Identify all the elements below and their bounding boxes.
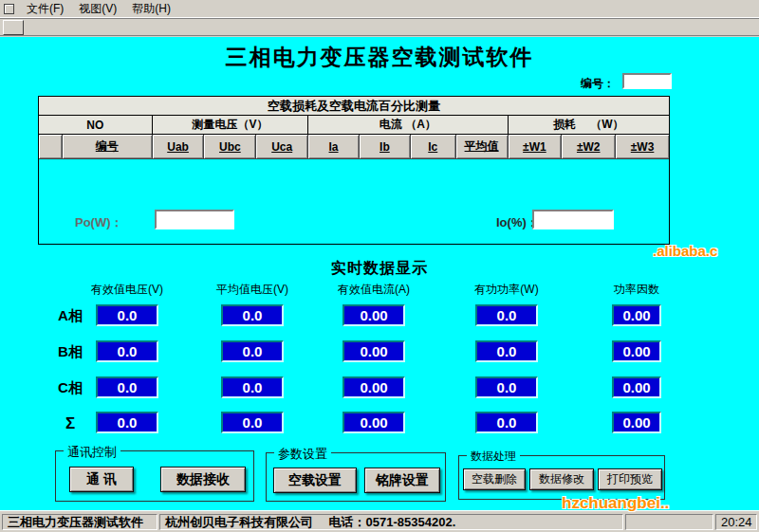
- menu-item-view[interactable]: 视图(V): [71, 0, 124, 19]
- group-header-loss: 损耗 （W）: [509, 116, 669, 134]
- value-phase-b-rms-voltage: 0.0: [96, 340, 158, 362]
- group-header-no: NO: [39, 116, 153, 134]
- value-phase-a-avg-voltage: 0.0: [221, 304, 284, 326]
- value-phase-a-rms-current: 0.00: [342, 304, 405, 326]
- groupbox-dataproc-label: 数据处理: [467, 449, 520, 465]
- col-header-ic: Ic: [411, 135, 456, 159]
- rt-col-header-avg-voltage: 平均值电压(V): [200, 282, 305, 298]
- value-sum-avg-voltage: 0.0: [221, 412, 284, 433]
- group-header-voltage: 测量电压（V）: [153, 116, 309, 134]
- app-icon: [4, 4, 14, 14]
- group-header-current: 电流 （A）: [308, 116, 508, 134]
- col-header-ia: Ia: [308, 135, 360, 159]
- value-phase-c-rms-current: 0.00: [342, 376, 405, 398]
- measurement-table-title: 空载损耗及空载电流百分比测量: [39, 97, 669, 116]
- col-header-ib: Ib: [360, 135, 411, 159]
- rt-row-label-sum: Σ: [49, 414, 91, 433]
- page-title: 三相电力变压器空载测试软件: [0, 43, 759, 72]
- value-sum-active-power: 0.0: [475, 412, 538, 433]
- value-phase-a-rms-voltage: 0.0: [96, 304, 158, 326]
- groupbox-data-processing: 数据处理 空载删除 数据修改 打印预览: [458, 455, 665, 500]
- data-modify-button[interactable]: 数据修改: [529, 468, 594, 490]
- value-sum-power-factor: 0.00: [612, 412, 661, 433]
- comm-button[interactable]: 通 讯: [69, 467, 134, 492]
- value-phase-c-avg-voltage: 0.0: [221, 376, 284, 398]
- noload-delete-button[interactable]: 空载删除: [463, 468, 526, 490]
- measurement-table-group-row: NO 测量电压（V） 电流 （A） 损耗 （W）: [39, 116, 669, 135]
- value-phase-b-active-power: 0.0: [475, 340, 538, 362]
- print-preview-button[interactable]: 打印预览: [598, 468, 662, 490]
- serial-label: 编号：: [581, 76, 615, 92]
- col-header-w1: ±W1: [509, 135, 563, 159]
- groupbox-param-settings: 参数设置 空载设置 铭牌设置: [266, 452, 446, 502]
- status-spare-panel: [625, 514, 713, 530]
- value-phase-c-active-power: 0.0: [475, 376, 538, 398]
- groupbox-comm-control: 通讯控制 通 讯 数据接收: [55, 450, 254, 502]
- value-phase-b-power-factor: 0.00: [612, 340, 661, 362]
- realtime-section-title: 实时数据显示: [0, 259, 759, 279]
- menu-bar: 文件(F) 视图(V) 帮助(H): [0, 0, 759, 18]
- col-header-uca: Uca: [256, 135, 308, 159]
- value-phase-c-power-factor: 0.00: [612, 376, 661, 398]
- rt-col-header-rms-current: 有效值电流(A): [322, 282, 426, 298]
- col-header-uab: Uab: [153, 135, 205, 159]
- groupbox-comm-label: 通讯控制: [64, 444, 120, 461]
- menu-item-help[interactable]: 帮助(H): [124, 0, 178, 19]
- toolbar-button[interactable]: [3, 20, 24, 35]
- io-input[interactable]: [532, 210, 614, 229]
- measurement-table-column-row: 编号 Uab Ubc Uca Ia Ib Ic 平均值 ±W1 ±W2 ±W3: [39, 135, 669, 159]
- rt-row-label-phase-a: A相: [49, 307, 91, 325]
- client-area: 三相电力变压器空载测试软件 编号： 空载损耗及空载电流百分比测量 NO 测量电压…: [0, 37, 759, 510]
- rt-col-header-active-power: 有功功率(W): [454, 282, 559, 298]
- app-window: 文件(F) 视图(V) 帮助(H) 三相电力变压器空载测试软件 编号： 空载损耗…: [0, 0, 759, 532]
- status-bar: 三相电力变压器测试软件 杭州创贝电子科技有限公司 电话：0571-8535420…: [0, 510, 759, 532]
- rt-col-header-power-factor: 功率因数: [584, 282, 689, 298]
- toolbar: [0, 18, 759, 36]
- col-header-blank: [39, 135, 63, 159]
- value-phase-b-rms-current: 0.00: [342, 340, 405, 362]
- rt-col-header-rms-voltage: 有效值电压(V): [75, 282, 179, 298]
- serial-input[interactable]: [622, 73, 672, 89]
- measurement-table: 空载损耗及空载电流百分比测量 NO 测量电压（V） 电流 （A） 损耗 （W） …: [38, 96, 670, 245]
- value-sum-rms-voltage: 0.0: [96, 412, 158, 433]
- col-header-w2: ±W2: [562, 135, 616, 159]
- value-phase-c-rms-voltage: 0.0: [96, 376, 158, 398]
- col-header-w3: ±W3: [616, 135, 669, 159]
- col-header-ubc: Ubc: [204, 135, 256, 159]
- rt-row-label-phase-c: C相: [49, 379, 91, 397]
- status-clock: 20:24: [715, 514, 757, 530]
- col-header-average: 平均值: [456, 135, 509, 159]
- nameplate-settings-button[interactable]: 铭牌设置: [364, 468, 440, 493]
- noload-settings-button[interactable]: 空载设置: [273, 468, 357, 493]
- po-input[interactable]: [155, 210, 234, 229]
- status-company-info: 杭州创贝电子科技有限公司 电话：0571-85354202.: [159, 514, 623, 530]
- rt-row-label-phase-b: B相: [49, 343, 91, 361]
- data-receive-button[interactable]: 数据接收: [160, 467, 246, 492]
- value-sum-rms-current: 0.00: [342, 412, 405, 433]
- groupbox-param-label: 参数设置: [274, 446, 331, 463]
- value-phase-a-active-power: 0.0: [475, 304, 538, 326]
- value-phase-b-avg-voltage: 0.0: [221, 340, 284, 362]
- value-phase-a-power-factor: 0.00: [612, 304, 661, 326]
- po-label: Po(W)：: [75, 214, 123, 231]
- status-app-name: 三相电力变压器测试软件: [2, 514, 157, 530]
- menu-item-file[interactable]: 文件(F): [19, 0, 71, 19]
- col-header-number: 编号: [63, 135, 153, 159]
